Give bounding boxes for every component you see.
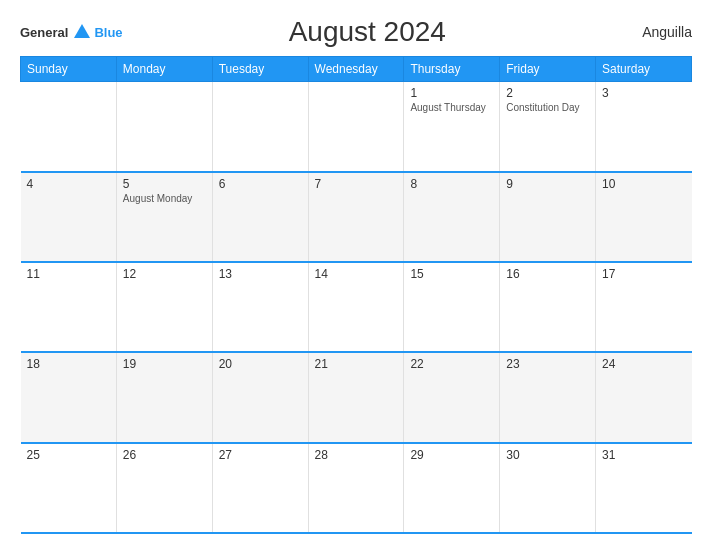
calendar-day-cell: 18 [21, 352, 117, 442]
day-number: 28 [315, 448, 398, 462]
day-number: 25 [27, 448, 110, 462]
day-number: 18 [27, 357, 110, 371]
calendar-day-cell [21, 82, 117, 172]
calendar-week-row: 11121314151617 [21, 262, 692, 352]
day-number: 3 [602, 86, 685, 100]
calendar-day-cell: 22 [404, 352, 500, 442]
calendar-day-cell: 26 [116, 443, 212, 533]
country-label: Anguilla [612, 24, 692, 40]
logo-blue: Blue [94, 25, 122, 40]
calendar-day-cell: 5August Monday [116, 172, 212, 262]
calendar-day-cell: 4 [21, 172, 117, 262]
calendar-day-cell: 30 [500, 443, 596, 533]
col-monday: Monday [116, 57, 212, 82]
day-number: 21 [315, 357, 398, 371]
day-number: 23 [506, 357, 589, 371]
day-number: 10 [602, 177, 685, 191]
calendar-day-cell: 12 [116, 262, 212, 352]
calendar-week-row: 1August Thursday2Constitution Day3 [21, 82, 692, 172]
col-wednesday: Wednesday [308, 57, 404, 82]
calendar-day-cell: 10 [596, 172, 692, 262]
calendar-day-cell: 16 [500, 262, 596, 352]
logo-general: General [20, 25, 68, 40]
calendar-day-cell: 14 [308, 262, 404, 352]
calendar-day-cell: 8 [404, 172, 500, 262]
day-number: 12 [123, 267, 206, 281]
calendar-day-cell: 2Constitution Day [500, 82, 596, 172]
day-number: 20 [219, 357, 302, 371]
calendar-week-row: 25262728293031 [21, 443, 692, 533]
calendar-table: Sunday Monday Tuesday Wednesday Thursday… [20, 56, 692, 534]
page-title: August 2024 [123, 16, 612, 48]
day-number: 19 [123, 357, 206, 371]
logo: General Blue [20, 24, 123, 40]
day-event: August Monday [123, 193, 206, 204]
calendar-day-cell: 3 [596, 82, 692, 172]
calendar-day-cell: 25 [21, 443, 117, 533]
calendar-day-cell: 31 [596, 443, 692, 533]
day-number: 31 [602, 448, 685, 462]
day-number: 9 [506, 177, 589, 191]
weekday-header-row: Sunday Monday Tuesday Wednesday Thursday… [21, 57, 692, 82]
day-number: 27 [219, 448, 302, 462]
calendar-day-cell: 13 [212, 262, 308, 352]
day-number: 26 [123, 448, 206, 462]
calendar-day-cell: 29 [404, 443, 500, 533]
day-number: 16 [506, 267, 589, 281]
day-number: 2 [506, 86, 589, 100]
day-event: August Thursday [410, 102, 493, 113]
calendar-day-cell: 15 [404, 262, 500, 352]
day-number: 14 [315, 267, 398, 281]
day-number: 15 [410, 267, 493, 281]
col-saturday: Saturday [596, 57, 692, 82]
day-number: 6 [219, 177, 302, 191]
logo-triangle-icon [74, 24, 90, 38]
calendar-week-row: 45August Monday678910 [21, 172, 692, 262]
day-number: 7 [315, 177, 398, 191]
calendar-day-cell: 21 [308, 352, 404, 442]
calendar-week-row: 18192021222324 [21, 352, 692, 442]
calendar-day-cell: 17 [596, 262, 692, 352]
calendar-day-cell: 1August Thursday [404, 82, 500, 172]
day-number: 4 [27, 177, 110, 191]
day-number: 30 [506, 448, 589, 462]
calendar-day-cell: 24 [596, 352, 692, 442]
day-number: 5 [123, 177, 206, 191]
day-number: 11 [27, 267, 110, 281]
calendar-page: General Blue August 2024 Anguilla Sunday… [0, 0, 712, 550]
calendar-day-cell: 7 [308, 172, 404, 262]
day-number: 13 [219, 267, 302, 281]
calendar-day-cell: 28 [308, 443, 404, 533]
calendar-day-cell: 6 [212, 172, 308, 262]
day-event: Constitution Day [506, 102, 589, 113]
calendar-day-cell: 20 [212, 352, 308, 442]
col-thursday: Thursday [404, 57, 500, 82]
day-number: 29 [410, 448, 493, 462]
day-number: 17 [602, 267, 685, 281]
calendar-day-cell: 19 [116, 352, 212, 442]
col-tuesday: Tuesday [212, 57, 308, 82]
calendar-day-cell: 9 [500, 172, 596, 262]
calendar-day-cell: 23 [500, 352, 596, 442]
calendar-day-cell [116, 82, 212, 172]
day-number: 24 [602, 357, 685, 371]
calendar-day-cell [308, 82, 404, 172]
calendar-day-cell [212, 82, 308, 172]
col-sunday: Sunday [21, 57, 117, 82]
day-number: 1 [410, 86, 493, 100]
calendar-day-cell: 27 [212, 443, 308, 533]
day-number: 8 [410, 177, 493, 191]
col-friday: Friday [500, 57, 596, 82]
header: General Blue August 2024 Anguilla [20, 16, 692, 48]
day-number: 22 [410, 357, 493, 371]
calendar-day-cell: 11 [21, 262, 117, 352]
